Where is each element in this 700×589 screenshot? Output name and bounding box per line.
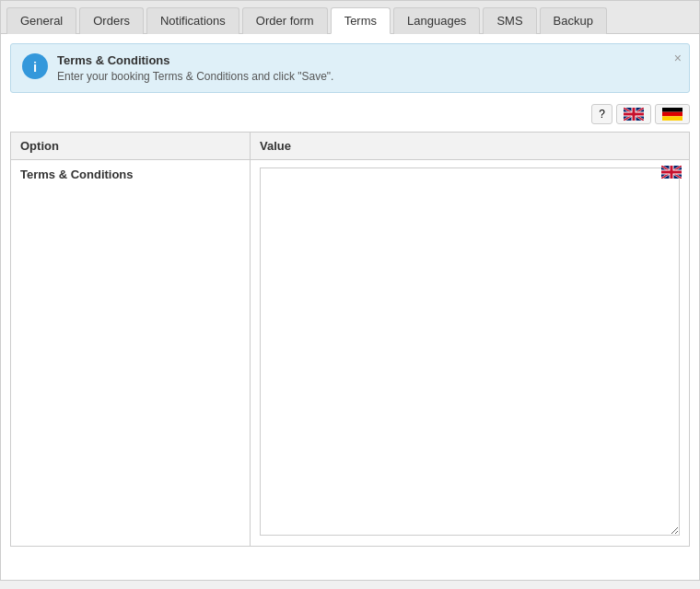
- tab-terms[interactable]: Terms: [331, 7, 391, 34]
- uk-flag-icon: [624, 108, 644, 121]
- info-icon: i: [22, 53, 48, 79]
- de-flag-icon: [662, 108, 682, 121]
- tab-order-form[interactable]: Order form: [242, 7, 328, 34]
- info-banner-close[interactable]: ×: [674, 52, 682, 64]
- value-uk-flag: [661, 166, 682, 179]
- tab-languages[interactable]: Languages: [393, 7, 480, 34]
- svg-rect-11: [662, 116, 682, 121]
- svg-rect-8: [624, 113, 644, 116]
- tab-bar: General Orders Notifications Order form …: [0, 0, 700, 33]
- uk-flag-button[interactable]: [616, 104, 651, 124]
- toolbar-row: ?: [10, 104, 690, 124]
- value-flag-icon: [661, 166, 682, 181]
- col-header-value: Value: [251, 133, 690, 160]
- svg-rect-9: [662, 108, 682, 112]
- tab-general[interactable]: General: [6, 7, 76, 34]
- main-content: i Terms & Conditions Enter your booking …: [0, 33, 700, 581]
- info-text-block: Terms & Conditions Enter your booking Te…: [57, 53, 661, 83]
- svg-rect-10: [662, 112, 682, 117]
- info-banner: i Terms & Conditions Enter your booking …: [10, 43, 690, 93]
- info-banner-subtitle: Enter your booking Terms & Conditions an…: [57, 70, 661, 83]
- info-banner-title: Terms & Conditions: [57, 53, 661, 67]
- value-cell: [251, 160, 690, 547]
- tab-notifications[interactable]: Notifications: [146, 7, 239, 34]
- option-label: Terms & Conditions: [11, 160, 251, 547]
- table-row: Terms & Conditions: [11, 160, 690, 547]
- tab-sms[interactable]: SMS: [483, 7, 536, 34]
- help-button[interactable]: ?: [591, 104, 612, 124]
- tab-backup[interactable]: Backup: [540, 7, 607, 34]
- col-header-option: Option: [11, 133, 251, 160]
- settings-table: Option Value Terms & Conditions: [10, 132, 690, 547]
- de-flag-button[interactable]: [655, 104, 690, 124]
- terms-textarea[interactable]: [260, 167, 680, 536]
- svg-rect-20: [661, 171, 682, 174]
- tab-orders[interactable]: Orders: [79, 7, 144, 34]
